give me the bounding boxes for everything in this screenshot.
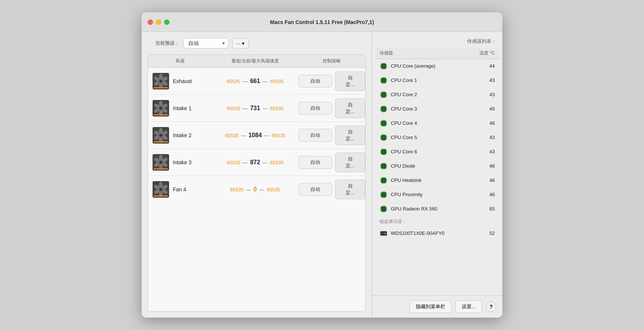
- sensor-temp: 46: [490, 177, 495, 183]
- sensor-row[interactable]: CPU Core 6 43: [375, 145, 499, 159]
- fan-control-cell: 自动 自定...: [298, 180, 365, 199]
- svg-rect-63: [386, 67, 387, 68]
- svg-rect-170: [383, 163, 384, 163]
- sensor-name: CPU Core 4: [391, 120, 417, 126]
- fan-custom-button[interactable]: 自定...: [335, 153, 365, 172]
- disk-sensor-temp: 52: [490, 230, 495, 236]
- svg-rect-202: [382, 197, 383, 198]
- fan-auto-button[interactable]: 自动: [298, 75, 332, 88]
- sensor-left: CPU Core 5: [379, 133, 417, 142]
- right-panel: 传感器列表： 传感器 温度 °C CPU Core (average) 44: [372, 32, 502, 318]
- fan-icon-svg: [153, 154, 169, 171]
- chip-icon-svg: [379, 91, 388, 99]
- svg-rect-54: [154, 195, 168, 197]
- svg-rect-43: [154, 168, 168, 170]
- sensor-row[interactable]: CPU Diode 46: [375, 159, 499, 173]
- svg-point-9: [160, 80, 162, 82]
- svg-rect-178: [380, 179, 381, 180]
- sensor-row[interactable]: CPU Core 3 45: [375, 102, 499, 116]
- svg-rect-200: [383, 191, 384, 192]
- svg-rect-156: [384, 148, 385, 149]
- sensor-row[interactable]: CPU Core 1 43: [375, 73, 499, 88]
- svg-rect-136: [386, 136, 387, 137]
- svg-rect-152: [386, 151, 387, 152]
- sensor-name: CPU Core 2: [391, 92, 417, 97]
- sensor-row[interactable]: CPU Core 2 43: [375, 88, 499, 102]
- sensors-col-name: 传感器: [379, 50, 393, 56]
- action-button[interactable]: ··· ▾: [232, 38, 249, 48]
- minimize-button[interactable]: [156, 20, 161, 25]
- fan-speed-cell: 65535 — 731 — 65535: [212, 105, 298, 112]
- toolbar: 当前预设： 自动 默认 静音 最大 ··· ▾: [148, 38, 366, 48]
- fan-custom-button[interactable]: 自定...: [335, 71, 365, 91]
- sensor-left: GPU Radeon RX 560: [379, 205, 437, 213]
- svg-rect-104: [380, 109, 381, 109]
- svg-rect-199: [382, 191, 383, 192]
- fan-custom-button[interactable]: 自定...: [335, 98, 365, 118]
- svg-rect-172: [382, 169, 383, 170]
- svg-rect-150: [380, 153, 381, 153]
- svg-rect-127: [382, 126, 383, 127]
- dash-2: —: [263, 79, 269, 84]
- sensor-row[interactable]: CPU Core 4 46: [375, 116, 499, 130]
- sensor-row[interactable]: CPU Heatsink 46: [375, 173, 499, 188]
- fan-custom-button[interactable]: 自定...: [335, 126, 365, 145]
- fan-name-cell: Intake 2: [148, 127, 212, 144]
- hide-to-menubar-button[interactable]: 隐藏到菜单栏: [410, 300, 452, 313]
- svg-rect-129: [384, 126, 385, 127]
- sensor-row[interactable]: GPU Radeon RX 560 65: [375, 202, 499, 216]
- svg-rect-75: [380, 81, 381, 82]
- help-button[interactable]: ?: [486, 301, 496, 312]
- svg-rect-198: [386, 195, 387, 196]
- svg-rect-94: [382, 91, 383, 92]
- svg-point-53: [160, 188, 162, 191]
- left-panel: 当前预设： 自动 默认 静音 最大 ··· ▾ 风扇: [142, 32, 372, 318]
- disk-sensor-row[interactable]: WDS100T1X0E-00AFY0 52: [375, 226, 499, 241]
- sensor-temp: 46: [490, 120, 495, 126]
- svg-rect-118: [380, 122, 381, 123]
- close-button[interactable]: [148, 20, 153, 25]
- svg-rect-78: [386, 81, 387, 82]
- svg-rect-164: [380, 166, 381, 167]
- fan-auto-button[interactable]: 自动: [298, 183, 332, 196]
- fan-auto-button[interactable]: 自动: [298, 102, 332, 115]
- svg-rect-108: [386, 110, 387, 111]
- fan-speed-cell: 65535 — 661 — 65535: [212, 78, 298, 85]
- fan-min-speed: 65535: [227, 160, 240, 165]
- maximize-button[interactable]: [164, 20, 169, 25]
- svg-rect-60: [380, 67, 381, 68]
- svg-rect-110: [383, 106, 384, 106]
- svg-rect-84: [384, 83, 385, 84]
- svg-rect-168: [386, 167, 387, 168]
- fan-max-speed: 65535: [270, 160, 284, 165]
- svg-point-35: [159, 155, 163, 161]
- fans-col-control: 控制策略: [298, 58, 365, 64]
- preset-select[interactable]: 自动 默认 静音 最大: [183, 38, 228, 48]
- fan-auto-button[interactable]: 自动: [298, 129, 332, 142]
- svg-rect-88: [380, 93, 381, 94]
- svg-rect-87: [382, 93, 385, 96]
- svg-rect-72: [382, 79, 385, 82]
- svg-rect-113: [383, 112, 384, 112]
- svg-rect-173: [383, 169, 384, 170]
- fan-icon: [153, 154, 169, 171]
- sensor-row[interactable]: CPU Core 5 43: [375, 130, 499, 145]
- fan-custom-button[interactable]: 自定...: [335, 180, 365, 199]
- svg-rect-209: [380, 209, 381, 209]
- settings-button[interactable]: 设置...: [455, 300, 482, 313]
- fans-table: 风扇 最低/当前/最大风扇速度 控制策略 Exhaust 65535: [148, 54, 366, 312]
- svg-rect-204: [384, 197, 385, 198]
- svg-rect-193: [380, 193, 381, 194]
- fan-row: Intake 2 65535 — 1084 — 65535 自动 自定...: [148, 122, 365, 149]
- fan-auto-button[interactable]: 自动: [298, 156, 332, 169]
- fans-table-header: 风扇 最低/当前/最大风扇速度 控制策略: [148, 55, 365, 68]
- sensor-left: WDS100T1X0E-00AFY0: [379, 229, 444, 238]
- svg-rect-107: [386, 109, 387, 109]
- fan-max-speed: 65535: [270, 106, 284, 111]
- chip-icon-svg: [379, 148, 388, 156]
- svg-rect-62: [386, 66, 387, 67]
- sensor-row[interactable]: CPU Proximity 46: [375, 188, 499, 202]
- sensor-row[interactable]: CPU Core (average) 44: [375, 59, 499, 73]
- preset-select-wrapper[interactable]: 自动 默认 静音 最大: [183, 38, 228, 48]
- fan-control-cell: 自动 自定...: [298, 98, 365, 118]
